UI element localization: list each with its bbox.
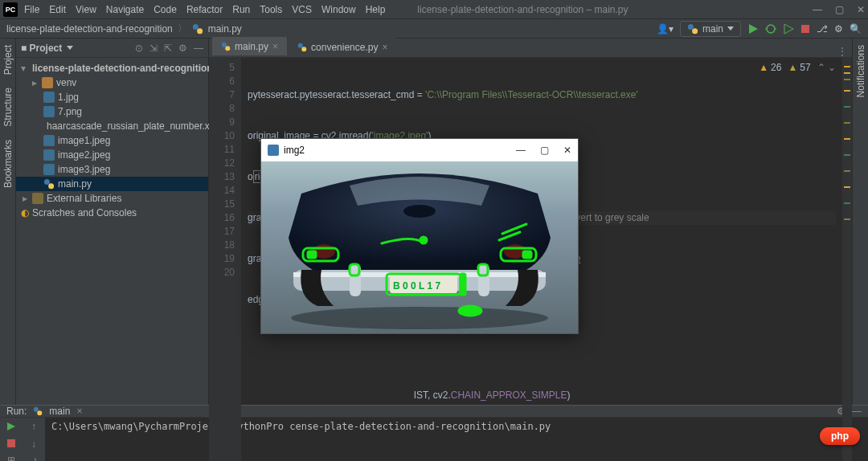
close-icon[interactable]: × [382, 42, 387, 53]
menu-view[interactable]: View [76, 4, 96, 15]
window-close-icon[interactable]: ✕ [857, 4, 865, 15]
bookmarks-tool-tab[interactable]: Bookmarks [1, 133, 15, 194]
tree-file[interactable]: image2.jpeg [16, 148, 208, 162]
settings-gear-icon[interactable]: ⚙ [834, 23, 843, 35]
chevron-down-icon[interactable] [67, 46, 73, 50]
notifications-tool-tab[interactable]: Notifications [854, 39, 868, 104]
run-panel-title: Run: [6, 406, 27, 417]
select-opened-icon[interactable]: ⊙ [135, 43, 143, 54]
soft-wrap-icon[interactable]: ↲ [30, 456, 38, 461]
editor-tab-menu-icon[interactable]: ⋮ [837, 46, 852, 57]
run-icon[interactable] [747, 23, 759, 35]
up-arrow-icon[interactable]: ↑ [31, 421, 36, 432]
run-side-toolbar-2: ↑ ↓ ↲ ⤓ 🖶 🗑 [23, 418, 45, 461]
python-file-icon [192, 23, 203, 35]
menu-vcs[interactable]: VCS [292, 4, 312, 15]
tab-label: main.py [235, 41, 268, 52]
hide-panel-icon[interactable]: — [194, 43, 203, 54]
panel-settings-icon[interactable]: ⚙ [178, 43, 187, 54]
python-icon [687, 23, 698, 35]
run-side-toolbar: ⊞ ◫ [0, 418, 23, 461]
window-close-icon[interactable]: ✕ [563, 145, 571, 156]
project-panel: ■ Project ⊙ ⇲ ⇱ ⚙ — ▾ license-plate-dete… [16, 39, 209, 405]
tree-file[interactable]: image3.jpeg [16, 162, 208, 177]
vcs-icon[interactable]: ⎇ [817, 23, 828, 35]
svg-point-1 [197, 28, 203, 34]
svg-rect-18 [7, 439, 15, 447]
tree-file[interactable]: image1.jpeg [16, 133, 208, 148]
php-watermark: php [820, 427, 860, 445]
python-file-icon [297, 43, 307, 52]
layout-icon[interactable]: ⊞ [7, 455, 15, 461]
editor-tab-main[interactable]: main.py× [212, 37, 287, 57]
menu-tools[interactable]: Tools [260, 4, 282, 15]
down-arrow-icon[interactable]: ↓ [31, 439, 36, 450]
close-icon[interactable]: × [76, 406, 82, 417]
tree-file[interactable]: haarcascade_russian_plate_number.xml [16, 119, 208, 133]
stop-icon[interactable] [800, 24, 810, 34]
search-icon[interactable]: 🔍 [850, 23, 862, 35]
menu-run[interactable]: Run [232, 4, 250, 15]
tree-file-selected[interactable]: main.py [16, 177, 208, 191]
close-icon[interactable]: × [272, 41, 278, 52]
breadcrumb-file[interactable]: main.py [208, 23, 242, 35]
menu-navigate[interactable]: Navigate [106, 4, 144, 15]
menu-edit[interactable]: Edit [49, 4, 66, 15]
debug-icon[interactable] [765, 23, 776, 35]
tree-external-libs[interactable]: ▸External Libraries [16, 191, 208, 206]
svg-point-0 [193, 23, 199, 29]
image-file-icon [43, 92, 55, 103]
menu-bar: File Edit View Navigate Code Refactor Ru… [24, 4, 385, 15]
editor-tab-convenience[interactable]: convenience.py× [289, 38, 396, 57]
tree-folder-venv[interactable]: ▸ venv [16, 75, 208, 90]
menu-refactor[interactable]: Refactor [186, 4, 223, 15]
warning-count: 26 [771, 61, 781, 75]
user-icon[interactable]: 👤▾ [657, 23, 674, 35]
svg-rect-33 [523, 251, 531, 258]
window-minimize-icon[interactable]: — [813, 4, 822, 15]
hide-panel-icon[interactable]: — [852, 406, 862, 417]
run-config-selector[interactable]: main [680, 21, 741, 37]
gutter: 567891011121314151617181920 [209, 58, 241, 461]
breadcrumb-separator-icon: 〉 [178, 22, 187, 35]
menu-window[interactable]: Window [321, 4, 356, 15]
inspection-badges[interactable]: ▲26 ▲57 ⌃ ⌄ [759, 61, 836, 75]
menu-file[interactable]: File [24, 4, 39, 15]
error-stripe[interactable] [842, 58, 852, 461]
svg-rect-38 [461, 274, 465, 295]
window-minimize-icon[interactable]: — [516, 145, 526, 156]
structure-tool-tab[interactable]: Structure [1, 81, 15, 133]
collapse-all-icon[interactable]: ⇱ [164, 43, 172, 54]
svg-point-13 [225, 46, 230, 51]
tree-label: 1.jpg [58, 92, 79, 103]
svg-point-2 [688, 23, 694, 29]
titlebar: PC File Edit View Navigate Code Refactor… [0, 0, 868, 19]
breadcrumb-project[interactable]: license-plate-detection-and-recognition [6, 23, 173, 35]
tree-label: image2.jpeg [58, 149, 110, 161]
svg-point-17 [38, 410, 43, 415]
cv2-preview-window[interactable]: img2 — ▢ ✕ [260, 138, 579, 334]
run-tab-name[interactable]: main [49, 406, 70, 417]
expand-all-icon[interactable]: ⇲ [149, 43, 158, 54]
pycharm-logo-icon: PC [3, 2, 18, 17]
warning-triangle-icon: ▲ [759, 61, 768, 75]
project-tool-tab[interactable]: Project [1, 39, 15, 81]
menu-help[interactable]: Help [366, 4, 386, 15]
tree-root[interactable]: ▾ license-plate-detection-and-recognitio… [16, 61, 208, 75]
tree-label: venv [56, 77, 76, 88]
run-coverage-icon[interactable] [783, 23, 794, 35]
tree-label: main.py [58, 178, 92, 190]
tree-file[interactable]: 1.jpg [16, 90, 208, 104]
tree-file[interactable]: 7.png [16, 104, 208, 119]
stop-icon[interactable] [6, 439, 16, 448]
window-maximize-icon[interactable]: ▢ [835, 4, 844, 15]
menu-code[interactable]: Code [154, 4, 177, 15]
window-maximize-icon[interactable]: ▢ [540, 145, 549, 156]
rerun-icon[interactable] [6, 421, 17, 432]
python-icon [33, 406, 43, 416]
tree-scratches[interactable]: ◐Scratches and Consoles [16, 206, 208, 220]
svg-point-39 [459, 306, 481, 316]
tab-label: convenience.py [311, 42, 378, 53]
svg-point-28 [291, 307, 548, 329]
window-title: license-plate-detection-and-recognition … [417, 4, 628, 15]
